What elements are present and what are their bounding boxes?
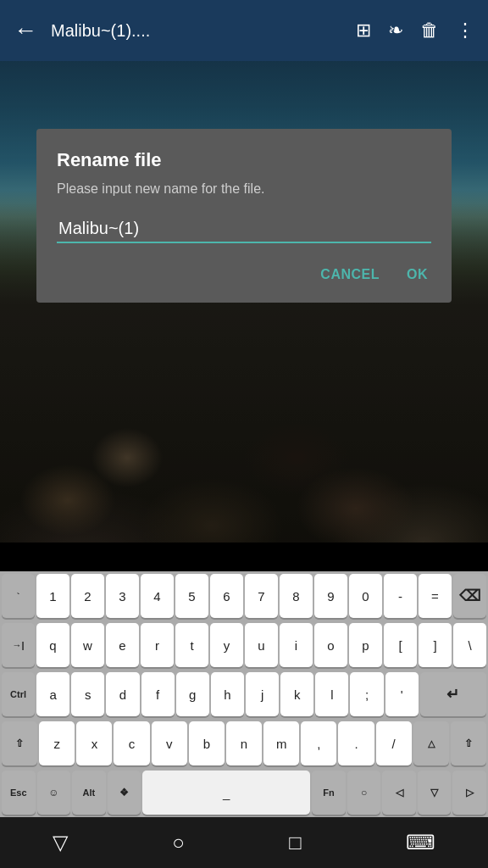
dialog-message: Please input new name for the file. <box>57 180 431 198</box>
key-triangle[interactable]: △ <box>413 721 449 765</box>
key-r[interactable]: r <box>141 623 174 667</box>
key-enter[interactable]: ↵ <box>420 672 486 716</box>
key-alt[interactable]: Alt <box>72 771 106 815</box>
key-backtick[interactable]: ` <box>2 574 35 618</box>
key-h[interactable]: h <box>211 672 244 716</box>
gallery-icon[interactable]: ⊞ <box>356 19 371 42</box>
keyboard-row-2: →| q w e r t y u i o p [ ] \ <box>0 620 488 670</box>
keyboard-row-4: ⇧ z x c v b n m , . / △ ⇧ <box>0 719 488 768</box>
keyboard-row-1: ` 1 2 3 4 5 6 7 8 9 0 - = ⌫ <box>0 571 488 620</box>
key-shift-right[interactable]: ⇧ <box>451 721 486 765</box>
key-5[interactable]: 5 <box>175 574 208 618</box>
key-k[interactable]: k <box>280 672 313 716</box>
key-tab[interactable]: →| <box>2 623 35 667</box>
key-equals[interactable]: = <box>419 574 452 618</box>
key-ctrl[interactable]: Ctrl <box>2 672 35 716</box>
key-fn[interactable]: Fn <box>312 771 346 815</box>
top-bar-icons: ⊞ ❧ 🗑 ⋮ <box>356 19 474 42</box>
key-shift-left[interactable]: ⇧ <box>2 721 37 765</box>
nav-bar: ▽ ○ □ ⌨ <box>0 817 488 868</box>
key-v[interactable]: v <box>152 721 187 765</box>
keyboard: ` 1 2 3 4 5 6 7 8 9 0 - = ⌫ →| q w e r t… <box>0 571 488 817</box>
dialog-buttons: CANCEL OK <box>57 260 431 289</box>
key-o[interactable]: o <box>314 623 347 667</box>
back-button[interactable]: ← <box>14 17 37 44</box>
nav-home[interactable]: ○ <box>172 831 185 854</box>
key-m[interactable]: m <box>263 721 299 765</box>
key-u[interactable]: u <box>245 623 278 667</box>
backspace-key[interactable]: ⌫ <box>453 574 486 618</box>
key-7[interactable]: 7 <box>245 574 278 618</box>
key-left-arrow[interactable]: ◁ <box>382 771 416 815</box>
key-4[interactable]: 4 <box>141 574 174 618</box>
key-right-arrow[interactable]: ▷ <box>452 771 486 815</box>
key-d[interactable]: d <box>106 672 139 716</box>
key-1[interactable]: 1 <box>36 574 69 618</box>
key-8[interactable]: 8 <box>280 574 313 618</box>
key-0[interactable]: 0 <box>349 574 382 618</box>
key-esc[interactable]: Esc <box>2 771 36 815</box>
key-minus[interactable]: - <box>384 574 417 618</box>
key-backslash[interactable]: \ <box>453 623 486 667</box>
key-semicolon[interactable]: ; <box>350 672 383 716</box>
top-bar: ← Malibu~(1).... ⊞ ❧ 🗑 ⋮ <box>0 0 488 61</box>
key-g[interactable]: g <box>176 672 209 716</box>
key-w[interactable]: w <box>71 623 104 667</box>
dialog-title: Rename file <box>57 149 431 171</box>
key-e[interactable]: e <box>106 623 139 667</box>
key-6[interactable]: 6 <box>210 574 243 618</box>
key-n[interactable]: n <box>226 721 262 765</box>
key-3[interactable]: 3 <box>106 574 139 618</box>
key-9[interactable]: 9 <box>314 574 347 618</box>
key-rbracket[interactable]: ] <box>419 623 452 667</box>
keyboard-row-3: Ctrl a s d f g h j k l ; ' ↵ <box>0 670 488 719</box>
key-t[interactable]: t <box>175 623 208 667</box>
key-l[interactable]: l <box>315 672 348 716</box>
share-icon[interactable]: ❧ <box>388 19 403 42</box>
key-period[interactable]: . <box>338 721 374 765</box>
key-x[interactable]: x <box>76 721 112 765</box>
key-f[interactable]: f <box>141 672 175 716</box>
key-quote[interactable]: ' <box>385 672 419 716</box>
key-s[interactable]: s <box>71 672 104 716</box>
key-smiley[interactable]: ☺ <box>37 771 71 815</box>
cancel-button[interactable]: CANCEL <box>317 260 383 289</box>
keyboard-row-5: Esc ☺ Alt ❖ _ Fn ○ ◁ ▽ ▷ <box>0 768 488 817</box>
key-y[interactable]: y <box>210 623 243 667</box>
key-comma[interactable]: , <box>301 721 336 765</box>
key-b[interactable]: b <box>189 721 225 765</box>
dialog-overlay: Rename file Please input new name for th… <box>0 61 488 542</box>
rename-dialog: Rename file Please input new name for th… <box>36 129 452 303</box>
key-z[interactable]: z <box>39 721 75 765</box>
key-c[interactable]: c <box>114 721 149 765</box>
key-circle[interactable]: ○ <box>347 771 381 815</box>
nav-recent[interactable]: □ <box>289 831 302 854</box>
key-down-arrow[interactable]: ▽ <box>418 771 452 815</box>
nav-back[interactable]: ▽ <box>53 831 68 854</box>
filename-input[interactable] <box>57 215 431 243</box>
key-slash[interactable]: / <box>376 721 412 765</box>
page-title: Malibu~(1).... <box>51 21 356 41</box>
space-key[interactable]: _ <box>142 771 310 815</box>
nav-keyboard[interactable]: ⌨ <box>406 831 435 854</box>
key-j[interactable]: j <box>246 672 279 716</box>
key-q[interactable]: q <box>36 623 69 667</box>
delete-icon[interactable]: 🗑 <box>420 19 439 42</box>
key-special[interactable]: ❖ <box>108 771 141 815</box>
key-p[interactable]: p <box>349 623 382 667</box>
more-icon[interactable]: ⋮ <box>456 19 474 42</box>
key-lbracket[interactable]: [ <box>384 623 417 667</box>
key-i[interactable]: i <box>280 623 313 667</box>
key-a[interactable]: a <box>36 672 69 716</box>
key-2[interactable]: 2 <box>71 574 104 618</box>
ok-button[interactable]: OK <box>403 260 431 289</box>
